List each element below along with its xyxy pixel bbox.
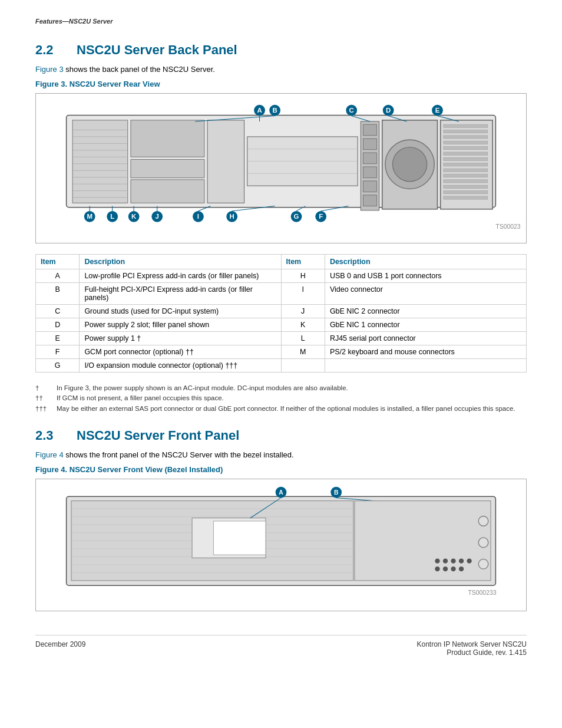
table-row: C Ground studs (used for DC-input system…	[36, 305, 527, 318]
svg-rect-42	[444, 180, 488, 183]
svg-text:C: C	[349, 107, 354, 114]
svg-rect-1	[72, 120, 128, 203]
desc-col-1: Low-profile PCI Express add-in cards (or…	[80, 269, 281, 283]
table-row: B Full-height PCI-X/PCI Express add-in c…	[36, 283, 527, 305]
figure4-box: A B TS000233	[35, 479, 527, 611]
desc-col-2	[325, 359, 526, 373]
section-22-heading: NSC2U Server Back Panel	[77, 42, 237, 58]
svg-rect-105	[355, 500, 491, 580]
desc-col-2: GbE NIC 1 connector	[325, 318, 526, 332]
section-23-number: 2.3	[35, 428, 65, 443]
table-row: A Low-profile PCI Express add-in cards (…	[36, 269, 527, 283]
svg-rect-36	[444, 147, 488, 150]
desc-col-1: I/O expansion module connector (optional…	[80, 359, 281, 373]
footnote-text: If GCM is not present, a filler panel oc…	[57, 393, 224, 403]
item-col-2	[281, 359, 325, 373]
figure4-link[interactable]: Figure 4	[35, 450, 64, 459]
svg-point-111	[451, 558, 455, 563]
rear-panel-table: Item Description Item Description A Low-…	[35, 254, 527, 373]
svg-rect-15	[131, 180, 204, 203]
svg-point-117	[459, 566, 464, 571]
svg-text:M: M	[87, 213, 92, 220]
svg-point-116	[451, 566, 455, 571]
item-col-1: C	[36, 305, 80, 318]
svg-point-30	[392, 147, 427, 182]
svg-text:TS000237: TS000237	[495, 223, 520, 230]
section-23-desc: Figure 4 shows the front panel of the NS…	[35, 450, 527, 459]
svg-rect-35	[444, 141, 488, 144]
table-row: F GCM port connector (optional) †† M PS/…	[36, 345, 527, 359]
desc-col-1: GCM port connector (optional) ††	[80, 345, 281, 359]
figure4-title-label: Figure 4. NSC2U Server Front View (Bezel…	[35, 465, 527, 474]
page-footer: December 2009 Kontron IP Network Server …	[35, 635, 527, 657]
desc-col-1: Power supply 1 †	[80, 332, 281, 345]
footer-guide: Product Guide, rev. 1.415	[416, 648, 527, 657]
footer-date: December 2009	[35, 640, 85, 657]
desc-col-2: Video connector	[325, 283, 526, 305]
svg-text:TS000233: TS000233	[468, 589, 497, 596]
svg-text:I: I	[197, 213, 199, 220]
item-col-2: H	[281, 269, 325, 283]
footnote: †In Figure 3, the power supply shown is …	[35, 383, 527, 393]
svg-rect-25	[363, 167, 376, 178]
svg-rect-39	[444, 163, 488, 166]
desc-col-2: RJ45 serial port connector	[325, 332, 526, 345]
svg-rect-41	[444, 174, 488, 177]
svg-rect-16	[207, 120, 244, 203]
svg-rect-33	[444, 130, 488, 133]
svg-point-108	[478, 559, 488, 569]
table-row: D Power supply 2 slot; filler panel show…	[36, 318, 527, 332]
svg-text:A: A	[279, 489, 283, 496]
svg-rect-32	[444, 124, 488, 127]
svg-text:F: F	[319, 213, 323, 220]
footer-right: Kontron IP Network Server NSC2U Product …	[416, 640, 527, 657]
svg-rect-45	[444, 196, 488, 199]
figure3-title-label: Figure 3. NSC2U Server Rear View	[35, 80, 527, 88]
svg-text:B: B	[334, 489, 339, 496]
svg-text:H: H	[230, 213, 234, 220]
svg-rect-26	[363, 181, 376, 192]
item-col-2: I	[281, 283, 325, 305]
svg-point-106	[478, 516, 488, 526]
desc-col-2: USB 0 and USB 1 port connectors	[325, 269, 526, 283]
item-col-2: L	[281, 332, 325, 345]
table-row: G I/O expansion module connector (option…	[36, 359, 527, 373]
table-header-item2: Item	[281, 255, 325, 269]
footnote-sym: †	[35, 383, 53, 393]
footnote: †††May be either an external SAS port co…	[35, 404, 527, 414]
desc-col-2: GbE NIC 2 connector	[325, 305, 526, 318]
svg-text:K: K	[131, 213, 137, 220]
front-panel-diagram: A B TS000233	[42, 485, 520, 603]
item-col-2: J	[281, 305, 325, 318]
svg-rect-40	[444, 169, 488, 172]
item-col-1: E	[36, 332, 80, 345]
figure3-link[interactable]: Figure 3	[35, 65, 64, 74]
svg-point-112	[459, 558, 464, 563]
svg-text:E: E	[435, 107, 440, 114]
section-22-number: 2.2	[35, 42, 65, 58]
section-22-title: 2.2 NSC2U Server Back Panel	[35, 42, 527, 58]
footnote-text: In Figure 3, the power supply shown is a…	[57, 383, 348, 393]
item-col-2: M	[281, 345, 325, 359]
footer-product: Kontron IP Network Server NSC2U	[416, 640, 527, 648]
svg-rect-98	[213, 521, 265, 555]
svg-text:A: A	[257, 107, 262, 114]
footnote-sym: ††	[35, 393, 53, 403]
page-header: Features—NSC2U Server	[35, 18, 527, 25]
rear-panel-diagram: A B C D E M L	[42, 100, 520, 235]
svg-point-110	[443, 558, 448, 563]
svg-text:G: G	[294, 213, 299, 220]
svg-point-107	[478, 538, 488, 548]
desc-col-2: PS/2 keyboard and mouse connectors	[325, 345, 526, 359]
svg-rect-13	[131, 120, 204, 157]
svg-rect-44	[444, 191, 488, 194]
footnotes: †In Figure 3, the power supply shown is …	[35, 383, 527, 414]
svg-rect-38	[444, 157, 488, 160]
section-23-title: 2.3 NSC2U Server Front Panel	[35, 428, 527, 443]
item-col-1: A	[36, 269, 80, 283]
svg-rect-34	[444, 136, 488, 139]
figure3-box: A B C D E M L	[35, 93, 527, 243]
svg-rect-24	[363, 153, 376, 164]
item-col-1: G	[36, 359, 80, 373]
svg-rect-22	[363, 124, 376, 136]
